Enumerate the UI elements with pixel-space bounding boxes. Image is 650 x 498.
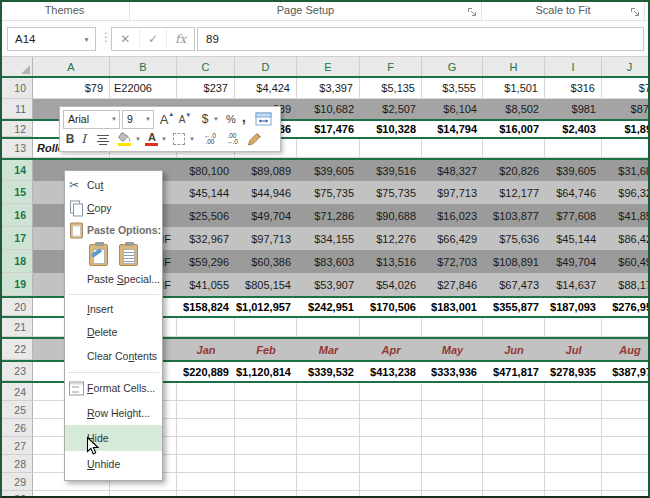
cell[interactable]: $87, <box>602 99 650 119</box>
cell[interactable]: $355,877 <box>483 298 545 316</box>
cell[interactable]: $20,826 <box>483 160 545 181</box>
shrink-font-button[interactable]: A▼ <box>176 109 194 129</box>
row-header-16[interactable]: 16 <box>0 204 33 227</box>
row-header-12[interactable]: 12 <box>0 121 33 137</box>
cell[interactable]: $339,532 <box>297 362 360 381</box>
cell[interactable] <box>177 401 235 419</box>
cell[interactable] <box>177 455 235 473</box>
cell[interactable] <box>177 437 235 455</box>
cell[interactable]: Aug <box>602 339 650 360</box>
cell[interactable]: $3,397 <box>297 78 360 99</box>
cell[interactable]: $242,951 <box>297 298 360 316</box>
cell[interactable]: $4,424 <box>235 78 297 99</box>
column-header-A[interactable]: A <box>33 57 110 76</box>
cell[interactable]: $97,713 <box>422 181 483 204</box>
fill-color-button[interactable] <box>115 129 134 149</box>
cell[interactable] <box>545 437 602 455</box>
cancel-icon[interactable]: ✕ <box>112 28 139 50</box>
cell[interactable]: $34,155 <box>297 227 360 250</box>
row-header-21[interactable]: 21 <box>0 318 33 337</box>
cell[interactable]: $13,516 <box>360 250 422 273</box>
row-header-30[interactable]: 30 <box>0 491 33 498</box>
cell[interactable]: $1,012,957 <box>235 298 297 316</box>
cell[interactable]: $80,100 <box>177 160 235 181</box>
cell[interactable]: $88,17 <box>602 273 650 296</box>
cell[interactable] <box>360 455 422 473</box>
cell[interactable]: $413,238 <box>360 362 422 381</box>
dialog-launcher-icon[interactable] <box>467 7 477 17</box>
select-all-corner[interactable] <box>0 57 33 76</box>
cell[interactable] <box>177 383 235 401</box>
cell[interactable]: $103,877 <box>483 204 545 227</box>
chevron-down-icon[interactable]: ▼ <box>189 136 195 142</box>
cell[interactable]: $41,85 <box>602 204 650 227</box>
cell[interactable]: $59,296 <box>177 250 235 273</box>
cell[interactable]: $2,507 <box>360 99 422 119</box>
cell[interactable]: May <box>422 339 483 360</box>
cell[interactable]: $67,473 <box>483 273 545 296</box>
cell[interactable]: $278,935 <box>545 362 602 381</box>
cell[interactable]: $981 <box>545 99 602 119</box>
cell[interactable] <box>602 318 650 337</box>
cell[interactable] <box>483 383 545 401</box>
merge-center-button[interactable] <box>253 109 275 129</box>
column-header-I[interactable]: I <box>545 57 602 76</box>
cell[interactable]: Jun <box>483 339 545 360</box>
cell[interactable]: $25,506 <box>177 204 235 227</box>
cell[interactable] <box>235 383 297 401</box>
cell[interactable] <box>422 473 483 491</box>
column-header-E[interactable]: E <box>297 57 360 76</box>
column-header-B[interactable]: B <box>110 57 177 76</box>
cell[interactable] <box>545 139 602 158</box>
row-header-23[interactable]: 23 <box>0 362 33 381</box>
cell[interactable]: $86,42 <box>602 227 650 250</box>
cell[interactable]: $316 <box>545 78 602 99</box>
cell[interactable]: Jul <box>545 339 602 360</box>
cell[interactable] <box>602 419 650 437</box>
cell[interactable]: $12,276 <box>360 227 422 250</box>
cell[interactable]: $39,605 <box>545 160 602 181</box>
row-header-22[interactable]: 22 <box>0 339 33 360</box>
paste-keep-formatting-button[interactable] <box>87 242 110 266</box>
cell[interactable]: $158,824 <box>177 298 235 316</box>
cell[interactable]: $49,704 <box>235 204 297 227</box>
cell[interactable] <box>602 491 650 498</box>
cell[interactable]: $39,516 <box>360 160 422 181</box>
menu-item-delete[interactable]: Delete <box>65 320 162 344</box>
chevron-down-icon[interactable]: ▼ <box>213 116 219 122</box>
cell[interactable]: $183,001 <box>422 298 483 316</box>
cell[interactable]: $77,608 <box>545 204 602 227</box>
cell[interactable] <box>297 491 360 498</box>
cell[interactable]: $237 <box>177 78 235 99</box>
font-size-select[interactable]: 9 ▼ <box>122 110 154 129</box>
italic-button[interactable]: I <box>77 129 90 149</box>
cell[interactable]: $5,135 <box>360 78 422 99</box>
formula-input[interactable]: 89 <box>197 27 644 51</box>
cell[interactable]: $71,286 <box>297 204 360 227</box>
cell[interactable] <box>422 383 483 401</box>
cell[interactable]: $1,89 <box>602 121 650 137</box>
cell[interactable]: $7 <box>602 78 650 99</box>
cell[interactable] <box>360 491 422 498</box>
cell[interactable]: $48,327 <box>422 160 483 181</box>
cell[interactable] <box>545 473 602 491</box>
cell[interactable]: $17,476 <box>297 121 360 137</box>
cell[interactable]: $471,817 <box>483 362 545 381</box>
dialog-launcher-icon[interactable] <box>630 7 640 17</box>
grow-font-button[interactable]: A▲ <box>158 109 176 129</box>
cell[interactable] <box>297 139 360 158</box>
row-header-14[interactable]: 14 <box>0 160 33 181</box>
cell[interactable] <box>235 491 297 498</box>
cell[interactable]: $387,97 <box>602 362 650 381</box>
cell[interactable] <box>545 455 602 473</box>
cell[interactable]: $8,502 <box>483 99 545 119</box>
cell[interactable] <box>602 437 650 455</box>
cell[interactable] <box>483 401 545 419</box>
cell[interactable]: $1,501 <box>483 78 545 99</box>
column-header-D[interactable]: D <box>235 57 297 76</box>
cell[interactable] <box>545 491 602 498</box>
center-align-button[interactable] <box>93 129 112 149</box>
comma-style-button[interactable]: , <box>239 109 249 129</box>
cell[interactable] <box>483 419 545 437</box>
cell[interactable] <box>483 491 545 498</box>
